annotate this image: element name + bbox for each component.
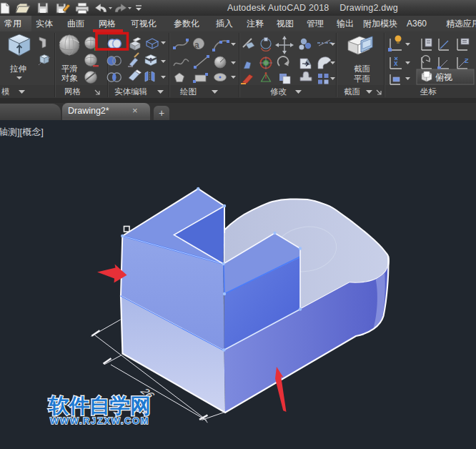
svg-text:Z: Z bbox=[465, 57, 469, 64]
svg-text:a: a bbox=[194, 40, 199, 50]
svg-text:WWW.RJZXW.COM: WWW.RJZXW.COM bbox=[50, 415, 149, 426]
svg-text:俯视: 俯视 bbox=[435, 72, 452, 82]
svg-text:拉伸: 拉伸 bbox=[9, 64, 26, 73]
svg-text:网格: 网格 bbox=[64, 87, 81, 96]
svg-text:绘图: 绘图 bbox=[180, 87, 197, 96]
svg-text:x: x bbox=[394, 59, 398, 67]
svg-text:截面: 截面 bbox=[344, 87, 360, 96]
svg-text:修改: 修改 bbox=[270, 87, 287, 96]
svg-text:实体编辑: 实体编辑 bbox=[114, 87, 148, 96]
svg-text:截面: 截面 bbox=[354, 64, 370, 73]
svg-text:坐标: 坐标 bbox=[420, 87, 437, 96]
svg-text:平滑: 平滑 bbox=[61, 64, 78, 73]
svg-text:对象: 对象 bbox=[61, 74, 78, 82]
svg-text:软件自学网: 软件自学网 bbox=[48, 394, 151, 417]
svg-text:模: 模 bbox=[1, 87, 10, 96]
svg-text:平面: 平面 bbox=[354, 74, 370, 83]
